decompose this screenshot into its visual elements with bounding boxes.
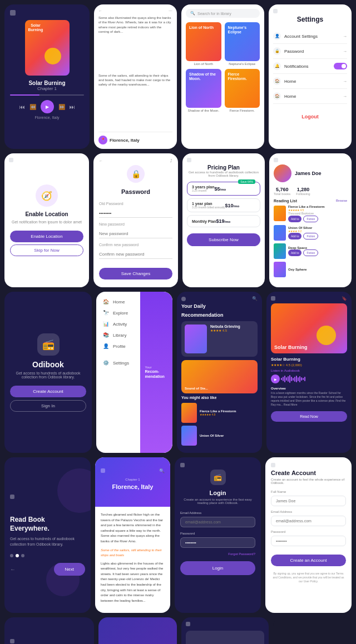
top-audio-indicator xyxy=(271,296,275,301)
old-password-field: Old Password xyxy=(99,202,172,218)
login-pw-label: Password xyxy=(180,532,255,535)
login-pw-input[interactable] xyxy=(180,537,255,548)
stat-following: 1,280 Following xyxy=(296,187,310,196)
navigation-card: 🏠 Home 🔭 Explore 📊 Activity 📚 Library 👤 … xyxy=(96,292,172,453)
settings-notifications[interactable]: 🔔 Notifications xyxy=(273,59,347,74)
search-reader-icon[interactable]: 🔍 xyxy=(159,468,165,473)
sign-in-button[interactable]: Sign In xyxy=(10,400,86,412)
wave-bar-4 xyxy=(286,377,287,381)
location-label: Florence, Italy xyxy=(35,116,60,119)
login-button[interactable]: Login xyxy=(180,561,255,575)
skip-forward-icon[interactable]: ⏭ xyxy=(70,104,75,110)
bookmark-icon[interactable]: 🔖 xyxy=(342,296,347,301)
wave-bar-11 xyxy=(298,377,299,381)
location-bar: 📍 Florence, Italy xyxy=(98,132,172,144)
book-item-deep: Deep Space Add to Fiction xyxy=(274,243,347,259)
nav-explore-label: Explore xyxy=(113,311,128,316)
fiction-btn-union[interactable]: Fiction xyxy=(303,233,318,239)
forward-icon[interactable]: ⏩ xyxy=(58,104,65,110)
rec-panel: Your Recom-mendation xyxy=(140,292,172,453)
book-neptune-eclipse[interactable]: Neptune's Eclipse Neptune's Eclipse xyxy=(225,22,260,66)
settings-account[interactable]: 👤 Account Settings → xyxy=(273,29,347,44)
search-icon-dark[interactable]: 🔍 xyxy=(252,296,258,301)
subscribe-button[interactable]: Subscribe Now xyxy=(187,233,260,246)
daily-rec-card: 🔍 Your Daily Recommendation Nebula Griev… xyxy=(177,292,262,453)
fiction-btn-deep[interactable]: Fiction xyxy=(303,249,318,256)
back-btn[interactable]: ← xyxy=(99,159,103,163)
library-nav-icon: 📚 xyxy=(103,332,110,338)
email-form-input[interactable] xyxy=(271,516,346,526)
book-buttons-fierce: Add to Fiction xyxy=(288,216,347,222)
password-form-input[interactable] xyxy=(271,536,346,546)
new-password-input[interactable] xyxy=(99,229,172,238)
book-lion-north[interactable]: Lion of North Lion of North xyxy=(186,22,221,66)
confirm-password-input[interactable] xyxy=(99,250,172,259)
logout-button[interactable]: Logout xyxy=(273,111,347,123)
home-label-2: Home xyxy=(284,94,339,99)
add-btn-deep[interactable]: Add to xyxy=(288,249,301,256)
mal-thumb-union xyxy=(181,426,197,446)
read-everywhere-title: Read Book Everywhere. xyxy=(10,516,85,533)
skip-back-icon[interactable]: ⏮ xyxy=(19,104,25,110)
app-tagline: Get access to hundreds of audiobook coll… xyxy=(10,371,86,379)
search-bar[interactable]: 🔍 Search for in library xyxy=(186,9,260,18)
settings-home-2[interactable]: 🏠 Home → xyxy=(273,89,347,104)
save-changes-button[interactable]: Save Changes xyxy=(99,268,172,279)
skip-now-button[interactable]: Skip for Now xyxy=(10,244,83,256)
book-shadow-moon[interactable]: Shadow of the Moon. Shadow of the Moon. xyxy=(186,69,221,112)
settings-password[interactable]: 🔒 Password → xyxy=(273,44,347,59)
article-content: Some also illuminated the quays along th… xyxy=(98,16,172,71)
book-info-union: Union Of Silver ★★★★ 4.2 Add to Fiction xyxy=(288,226,347,239)
empty-card-1 xyxy=(98,617,177,644)
add-btn-union[interactable]: Add to xyxy=(288,233,301,239)
email-input[interactable] xyxy=(180,517,255,527)
back-arrow-re[interactable]: ← xyxy=(10,566,16,572)
mal-union-item[interactable]: Union Of Silver xyxy=(181,426,258,446)
enable-location-title: Enable Location xyxy=(25,211,68,217)
nav-profile-label: Profile xyxy=(113,344,126,349)
wave-play-button[interactable]: ▶ xyxy=(271,375,280,383)
nebula-book-card[interactable]: Nebula Grieving ★★★★ 4.5 xyxy=(181,321,258,357)
email-form-label: Email Address xyxy=(271,510,346,513)
plan-1year[interactable]: 1 year plan 3.25 /month billed annually … xyxy=(187,198,260,212)
nav-settings-label: Settings xyxy=(113,361,129,366)
plan-3years[interactable]: 3 years plan 3.25 /month $5/mo Save 64% xyxy=(187,182,260,196)
old-password-input[interactable] xyxy=(99,209,172,218)
notifications-toggle[interactable] xyxy=(334,63,347,69)
plan-monthly[interactable]: Monthly Plan $19/mo xyxy=(187,215,260,227)
fullname-input[interactable] xyxy=(271,496,346,506)
play-button[interactable]: ▶ xyxy=(41,100,54,113)
create-account-submit-button[interactable]: Create an Account xyxy=(271,555,346,566)
book-fierce-firestorm[interactable]: Fierce Firestorm. Fierce Firestorm. xyxy=(225,69,260,112)
profile-nav-icon: 👤 xyxy=(103,343,110,349)
password-title: Password xyxy=(99,188,172,195)
audio-rating: ★★★★☆ 4.5 (2,000) xyxy=(271,363,347,367)
back-arrow[interactable]: ← xyxy=(98,9,102,13)
share-icon[interactable]: ⤴ xyxy=(170,159,172,163)
create-account-button[interactable]: Create Account xyxy=(10,386,86,397)
location-compass-icon: 🧭 xyxy=(36,184,58,207)
wave-bar-12 xyxy=(299,376,300,382)
audio-cover: Solar Burning xyxy=(271,303,347,353)
new-password-field: New password xyxy=(99,222,172,238)
add-btn-fierce[interactable]: Add to xyxy=(288,216,301,222)
article-card: ← ⋯ Some also illuminated the quays alon… xyxy=(94,4,177,149)
next-button[interactable]: Next xyxy=(54,563,85,576)
rewind-icon[interactable]: ⏪ xyxy=(29,104,36,110)
enable-location-button[interactable]: Enable Location xyxy=(10,231,83,242)
top-indicator-left xyxy=(10,10,16,16)
audio-book-name: Solar Burning xyxy=(271,357,347,362)
plan-1year-name: 1 year plan xyxy=(192,202,225,206)
audio-listen-label[interactable]: Listen in Audiobook xyxy=(271,369,347,372)
settings-home-1[interactable]: 🏠 Home → xyxy=(273,74,347,89)
sound-book-card[interactable]: Sound of Ste... xyxy=(181,360,258,393)
wave-bar-7 xyxy=(291,377,292,381)
fiction-btn-fierce[interactable]: Fiction xyxy=(303,216,318,222)
more-icon[interactable]: ⋯ xyxy=(169,9,172,13)
mal-fierce-item[interactable]: Fierce Like a Firestorm ★★★★★ 4.9 xyxy=(181,403,258,423)
nav-home-label: Home xyxy=(113,299,125,304)
profile-stats: 5,760 Total books 1,280 Following xyxy=(274,187,347,196)
forgot-password-link[interactable]: Forgot Password? xyxy=(180,552,255,556)
read-now-button[interactable]: Read Now xyxy=(271,411,347,422)
browse-link[interactable]: Browse xyxy=(336,199,347,203)
